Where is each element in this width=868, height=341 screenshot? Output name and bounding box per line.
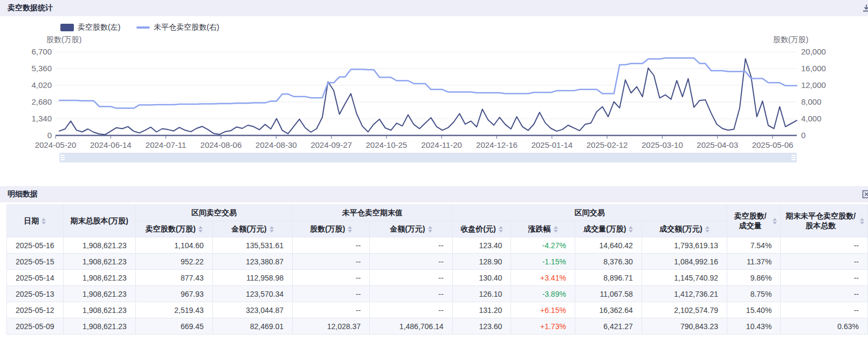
total-share-capital-cell: 1,908,621.23 [63,270,135,286]
right-axis-tick-label: 20,000 [801,47,826,56]
short-to-volume-cell: 10.43% [727,318,781,335]
sort-arrows-icon[interactable] [773,218,777,224]
col-header-date[interactable]: 日期 [7,205,64,237]
short-to-volume-cell: 9.86% [727,270,781,286]
right-axis-tick-label: 0 [801,131,805,140]
left-axis-tick-label: 0 [47,131,52,140]
sort-arrows-icon[interactable] [42,218,46,224]
export-x-icon[interactable] [862,189,868,199]
sort-arrows-icon[interactable] [554,226,558,233]
close-price-cell: 123.60 [452,318,511,335]
short-shares-cell: 877.43 [135,270,212,286]
date-cell: 2025-05-14 [7,270,64,286]
col-header-turnover[interactable]: 成交额(万元) [642,221,727,237]
sort-arrows-icon[interactable] [860,218,864,224]
col-header-volume[interactable]: 成交量(万股) [575,221,642,237]
sort-arrows-icon[interactable] [629,226,633,233]
right-axis-tick-label: 8,000 [801,97,822,106]
short-shares-cell: 2,519.43 [135,302,212,318]
legend-swatch-icon [136,26,150,29]
col-header-group-interval-trade: 区间交易 [452,205,727,221]
close-price-cell: 128.90 [452,254,511,270]
col-header-label: 区间卖空交易 [191,208,237,218]
table-section-header: 明细数据 [0,186,868,202]
turnover-cell: 1,145,740.92 [642,270,727,286]
col-header-label: 未平仓卖空期末值 [342,208,403,218]
col-header-group-interval-short-trade: 区间卖空交易 [135,205,292,221]
open-short-amount-cell: -- [370,286,453,302]
change-pct-cell: -4.27% [511,237,575,254]
short-to-volume-cell: 11.37% [727,254,781,270]
short-selling-chart: 股数(万股)股数(万股)01,3402,6804,0205,3606,70004… [0,31,868,149]
datazoom-slider[interactable] [59,153,797,162]
sort-arrows-icon[interactable] [348,226,352,233]
col-header-label: 金额(万元) [390,224,425,234]
right-axis-tick-label: 12,000 [801,80,826,90]
short-amount-cell: 323,044.87 [212,302,292,318]
open-short-amount-cell: -- [370,270,453,286]
col-header-short-amount[interactable]: 金额(万元) [212,221,292,237]
open-short-amount-cell: -- [370,254,453,270]
col-header-label: 成交量(万股) [583,224,626,234]
x-axis-tick-label: 2025-01-14 [531,140,573,149]
change-pct-cell: +3.41% [511,270,575,286]
open-short-shares-cell: -- [292,254,369,270]
table-row: 2025-05-151,908,621.23952.22123,380.87--… [7,254,868,270]
datazoom-handle-left[interactable] [59,152,66,163]
download-icon[interactable] [862,3,868,13]
col-header-label: 卖空股数/成交量 [731,212,770,230]
col-header-label: 金额(万元) [231,224,266,234]
date-cell: 2025-05-16 [7,237,64,254]
right-axis-tick-label: 4,000 [801,114,822,123]
col-header-label: 期末总股本(万股) [71,216,128,226]
volume-cell: 8,376.30 [575,254,642,270]
sort-arrows-icon[interactable] [499,226,503,233]
header-row-groups: 日期期末总股本(万股)区间卖空交易未平仓卖空期末值区间交易卖空股数/成交量期末未… [7,205,868,221]
turnover-cell: 1,412,736.21 [642,286,727,302]
sort-arrows-icon[interactable] [270,226,274,233]
col-header-open-short-amount[interactable]: 金额(万元) [370,221,453,237]
x-axis-tick-label: 2025-04-03 [697,140,738,149]
date-cell: 2025-05-09 [7,318,64,335]
short-amount-cell: 123,570.34 [212,286,292,302]
sort-arrows-icon[interactable] [428,226,432,233]
turnover-cell: 2,102,574.79 [642,302,727,318]
turnover-cell: 790,843.23 [642,318,727,335]
legend-swatch-icon [60,24,74,31]
change-pct-cell: +6.15% [511,302,575,318]
close-price-cell: 131.20 [452,302,511,318]
table-body: 2025-05-161,908,621.231,104.60135,531.61… [7,237,868,335]
col-header-short-shares[interactable]: 卖空股数(万股) [135,221,212,237]
short-amount-cell: 112,958.98 [212,270,292,286]
short-to-volume-cell: 15.40% [727,302,781,318]
col-header-close-price[interactable]: 收盘价(元) [452,221,511,237]
short-to-volume-cell: 8.75% [727,286,781,302]
col-header-label: 股数(万股) [310,224,345,234]
x-axis-tick-label: 2024-07-11 [146,140,187,149]
col-header-total-share-capital: 期末总股本(万股) [63,205,135,237]
open-short-shares-cell: 12,028.37 [292,318,369,335]
short-shares-line [59,59,797,135]
col-header-label: 日期 [24,216,39,226]
close-price-cell: 123.40 [452,237,511,254]
sort-arrows-icon[interactable] [198,226,203,233]
table-head: 日期期末总股本(万股)区间卖空交易未平仓卖空期末值区间交易卖空股数/成交量期末未… [7,205,868,237]
x-axis-tick-label: 2024-10-25 [366,140,407,149]
datazoom-handle-right[interactable] [790,152,797,163]
total-share-capital-cell: 1,908,621.23 [63,254,135,270]
col-header-change-pct[interactable]: 涨跌幅 [511,221,575,237]
open-short-shares-line [59,58,797,108]
table-panel-title: 明细数据 [8,189,38,199]
sort-arrows-icon[interactable] [705,226,709,233]
table-row: 2025-05-121,908,621.232,519.43323,044.87… [7,302,868,318]
col-header-short-to-volume[interactable]: 卖空股数/成交量 [727,205,781,237]
col-header-label: 卖空股数(万股) [146,224,196,234]
total-share-capital-cell: 1,908,621.23 [63,302,135,318]
col-header-open-short-shares[interactable]: 股数(万股) [292,221,369,237]
col-header-open-short-to-capital[interactable]: 期末未平仓卖空股数/股本总数 [781,205,868,237]
x-axis-tick-label: 2024-12-16 [476,140,518,149]
open-short-to-capital-cell: -- [781,254,868,270]
open-short-to-capital-cell: -- [781,237,868,254]
volume-cell: 8,896.71 [575,270,642,286]
short-amount-cell: 123,380.87 [212,254,292,270]
